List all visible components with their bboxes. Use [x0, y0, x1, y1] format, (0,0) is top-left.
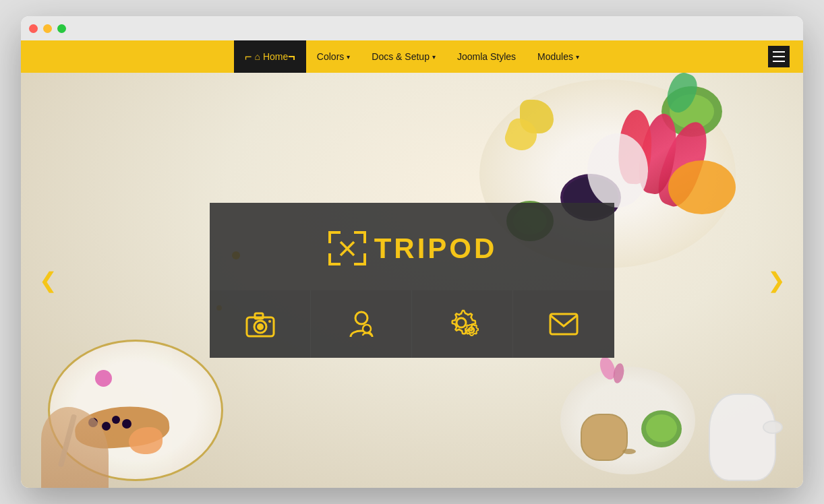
nav-item-docs[interactable]: Docs & Setup ▾ — [361, 40, 446, 73]
slide-prev-button[interactable]: ❮ — [34, 267, 61, 294]
nav-item-joomla[interactable]: Joomla Styles — [446, 40, 527, 73]
settings-icon — [446, 309, 479, 339]
svg-point-12 — [257, 323, 264, 330]
nav-item-modules[interactable]: Modules ▾ — [527, 40, 590, 73]
slide-next-button[interactable]: ❯ — [763, 267, 790, 294]
hamburger-line — [773, 61, 785, 62]
maximize-button[interactable] — [57, 24, 66, 33]
camera-icon — [245, 311, 275, 338]
browser-window: ⌐ ⌂ Home ¬ Colors ▾ Docs & Setup ▾ J — [21, 16, 803, 488]
chevron-down-icon: ▾ — [432, 53, 436, 61]
svg-rect-19 — [550, 314, 577, 334]
svg-point-14 — [268, 320, 271, 323]
brand-panel: TRIPOD — [210, 203, 614, 290]
brand-name: TRIPOD — [374, 232, 498, 265]
user-cell[interactable] — [311, 290, 412, 358]
settings-cell[interactable] — [412, 290, 513, 358]
svg-point-16 — [363, 325, 371, 333]
close-button[interactable] — [29, 24, 38, 33]
nav-colors-label: Colors — [317, 51, 344, 62]
nav-item-colors[interactable]: Colors ▾ — [306, 40, 361, 73]
nav-home-label: Home — [263, 51, 288, 62]
mail-cell[interactable] — [513, 290, 614, 358]
hamburger-line — [773, 56, 785, 57]
icon-grid — [210, 290, 614, 358]
svg-point-15 — [355, 312, 367, 324]
hamburger-button[interactable] — [768, 46, 790, 67]
mail-icon — [549, 313, 579, 336]
bracket-right-icon: ¬ — [288, 50, 295, 64]
svg-rect-3 — [363, 231, 366, 243]
navbar: ⌐ ⌂ Home ¬ Colors ▾ Docs & Setup ▾ J — [21, 40, 803, 73]
svg-rect-1 — [328, 231, 331, 243]
bracket-left-icon: ⌐ — [245, 50, 252, 64]
tripod-logo: TRIPOD — [327, 230, 498, 267]
nav-modules-label: Modules — [537, 51, 573, 62]
chevron-down-icon: ▾ — [576, 53, 579, 61]
svg-point-17 — [457, 318, 466, 327]
nav-item-home[interactable]: ⌐ ⌂ Home ¬ — [234, 40, 306, 73]
logo-bracket-icon — [327, 230, 367, 267]
user-icon — [348, 310, 375, 338]
svg-rect-5 — [328, 253, 331, 265]
site-wrapper: ⌐ ⌂ Home ¬ Colors ▾ Docs & Setup ▾ J — [21, 40, 803, 488]
nav-items: ⌐ ⌂ Home ¬ Colors ▾ Docs & Setup ▾ J — [234, 40, 590, 73]
minimize-button[interactable] — [43, 24, 52, 33]
browser-chrome — [21, 16, 803, 40]
svg-rect-13 — [255, 313, 263, 319]
chevron-down-icon: ▾ — [347, 53, 350, 61]
home-icon: ⌂ — [255, 51, 260, 62]
hero-section: ❮ ❯ — [21, 73, 803, 488]
nav-docs-label: Docs & Setup — [372, 51, 430, 62]
camera-cell[interactable] — [210, 290, 311, 358]
svg-rect-7 — [363, 253, 366, 265]
center-panel: TRIPOD — [210, 203, 614, 358]
hamburger-line — [773, 51, 785, 53]
nav-joomla-label: Joomla Styles — [457, 51, 516, 62]
